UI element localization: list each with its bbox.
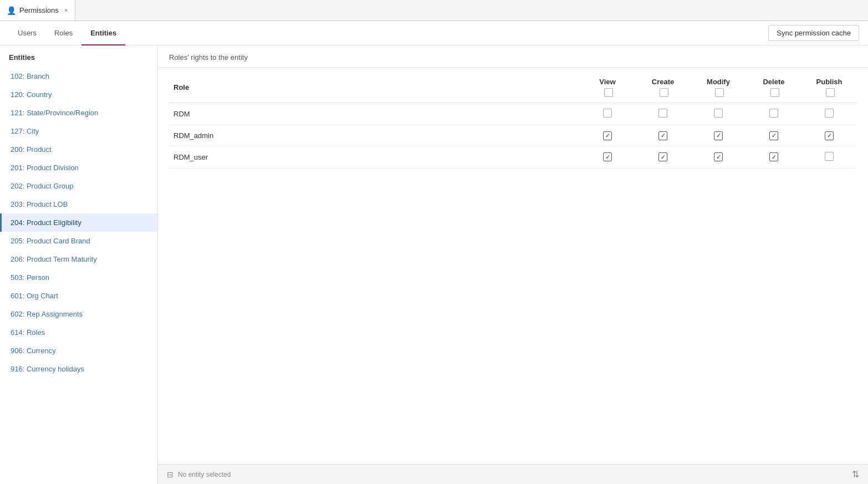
col-label-delete: Delete xyxy=(763,78,784,86)
sidebar-item-102[interactable]: 102: Branch xyxy=(0,67,157,85)
sidebar-item-201[interactable]: 201: Product Division xyxy=(0,159,157,177)
sidebar-item-602[interactable]: 602: Rep Assignments xyxy=(0,305,157,323)
person-icon: 👤 xyxy=(7,6,16,15)
status-text: No entity selected xyxy=(178,471,231,478)
create-checkbox-rdm[interactable] xyxy=(658,109,667,118)
modify-checkbox-rdm_admin[interactable] xyxy=(714,131,723,140)
table-row: RDM xyxy=(169,103,857,125)
sidebar-item-204[interactable]: 204: Product Eligibility xyxy=(0,213,157,232)
header-checkbox-view[interactable] xyxy=(604,88,613,97)
col-label-create: Create xyxy=(652,78,674,86)
col-label-view: View xyxy=(599,78,615,86)
delete-cell-rdm_user[interactable] xyxy=(746,146,801,168)
publish-cell-rdm_user[interactable] xyxy=(801,146,857,168)
delete-cell-rdm_admin[interactable] xyxy=(746,125,801,146)
sidebar-item-601[interactable]: 601: Org Chart xyxy=(0,287,157,305)
modify-cell-rdm_user[interactable] xyxy=(691,146,746,168)
publish-cell-rdm[interactable] xyxy=(801,103,857,125)
modify-cell-rdm[interactable] xyxy=(691,103,746,125)
sidebar-item-202[interactable]: 202: Product Group xyxy=(0,177,157,195)
sidebar-item-906[interactable]: 906: Currency xyxy=(0,342,157,360)
content-area: Roles' rights to the entity RoleViewCrea… xyxy=(158,45,868,484)
tab-close-button[interactable]: × xyxy=(64,7,68,14)
col-label-publish: Publish xyxy=(816,78,843,86)
sidebar-item-503[interactable]: 503: Person xyxy=(0,268,157,287)
table-row: RDM_admin xyxy=(169,125,857,146)
publish-checkbox-rdm_admin[interactable] xyxy=(825,131,834,140)
header-checkbox-delete[interactable] xyxy=(770,88,779,97)
nav-tabs: Users Roles Entities xyxy=(9,21,125,45)
role-cell: RDM_admin xyxy=(169,125,580,146)
tab-roles[interactable]: Roles xyxy=(45,22,81,45)
permissions-table-wrap: RoleViewCreateModifyDeletePublish RDMRDM… xyxy=(158,68,868,464)
col-header-role: Role xyxy=(169,72,580,103)
delete-checkbox-rdm[interactable] xyxy=(769,109,778,118)
col-header-create: Create xyxy=(635,72,691,103)
delete-checkbox-rdm_admin[interactable] xyxy=(769,131,778,140)
role-cell: RDM xyxy=(169,103,580,125)
publish-checkbox-rdm_user[interactable] xyxy=(825,152,834,161)
top-nav: Users Roles Entities Sync permission cac… xyxy=(0,21,868,45)
col-header-view: View xyxy=(580,72,635,103)
sidebar-item-205[interactable]: 205: Product Card Brand xyxy=(0,232,157,250)
permissions-table: RoleViewCreateModifyDeletePublish RDMRDM… xyxy=(169,72,857,169)
create-cell-rdm[interactable] xyxy=(635,103,691,125)
create-cell-rdm_user[interactable] xyxy=(635,146,691,168)
col-header-modify: Modify xyxy=(691,72,746,103)
sidebar-item-614[interactable]: 614: Roles xyxy=(0,323,157,342)
modify-cell-rdm_admin[interactable] xyxy=(691,125,746,146)
sidebar-item-120[interactable]: 120: Country xyxy=(0,85,157,104)
sidebar-item-916[interactable]: 916: Currency holidays xyxy=(0,360,157,378)
sidebar-item-127[interactable]: 127: City xyxy=(0,122,157,140)
status-bar-left: ⊟ No entity selected xyxy=(167,470,231,479)
view-checkbox-rdm_admin[interactable] xyxy=(603,131,612,140)
content-header: Roles' rights to the entity xyxy=(158,45,868,68)
view-checkbox-rdm_user[interactable] xyxy=(603,152,612,161)
view-cell-rdm_user[interactable] xyxy=(580,146,635,168)
sidebar-item-206[interactable]: 206: Product Term Maturity xyxy=(0,250,157,268)
tab-title-label: Permissions xyxy=(19,6,59,14)
entity-icon: ⊟ xyxy=(167,470,173,479)
modify-checkbox-rdm_user[interactable] xyxy=(714,152,723,161)
resize-handle-icon[interactable]: ⇅ xyxy=(852,469,859,480)
entities-sidebar: Entities 102: Branch120: Country121: Sta… xyxy=(0,45,158,484)
create-checkbox-rdm_admin[interactable] xyxy=(658,131,667,140)
status-bar: ⊟ No entity selected ⇅ xyxy=(158,464,868,484)
table-row: RDM_user xyxy=(169,146,857,168)
tab-bar: 👤 Permissions × xyxy=(0,0,868,21)
role-cell: RDM_user xyxy=(169,146,580,168)
header-checkbox-create[interactable] xyxy=(660,88,668,97)
sidebar-title: Entities xyxy=(0,45,157,67)
main-layout: Entities 102: Branch120: Country121: Sta… xyxy=(0,45,868,484)
view-cell-rdm[interactable] xyxy=(580,103,635,125)
tab-entities[interactable]: Entities xyxy=(81,22,125,45)
publish-cell-rdm_admin[interactable] xyxy=(801,125,857,146)
delete-checkbox-rdm_user[interactable] xyxy=(769,152,778,161)
sidebar-list: 102: Branch120: Country121: State/Provin… xyxy=(0,67,157,484)
create-checkbox-rdm_user[interactable] xyxy=(658,152,667,161)
col-header-delete: Delete xyxy=(746,72,801,103)
permissions-tab[interactable]: 👤 Permissions × xyxy=(0,0,75,21)
publish-checkbox-rdm[interactable] xyxy=(825,109,834,118)
header-checkbox-publish[interactable] xyxy=(826,88,835,97)
header-checkbox-modify[interactable] xyxy=(715,88,724,97)
sidebar-item-121[interactable]: 121: State/Province/Region xyxy=(0,104,157,122)
sidebar-item-203[interactable]: 203: Product LOB xyxy=(0,195,157,213)
col-header-publish: Publish xyxy=(801,72,857,103)
col-label-modify: Modify xyxy=(707,78,730,86)
create-cell-rdm_admin[interactable] xyxy=(635,125,691,146)
delete-cell-rdm[interactable] xyxy=(746,103,801,125)
sidebar-item-200[interactable]: 200: Product xyxy=(0,140,157,159)
view-cell-rdm_admin[interactable] xyxy=(580,125,635,146)
view-checkbox-rdm[interactable] xyxy=(603,109,612,118)
modify-checkbox-rdm[interactable] xyxy=(714,109,723,118)
sync-permission-cache-button[interactable]: Sync permission cache xyxy=(768,25,859,41)
tab-users[interactable]: Users xyxy=(9,22,45,45)
